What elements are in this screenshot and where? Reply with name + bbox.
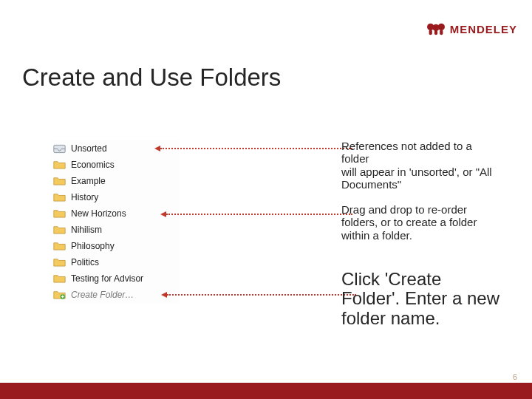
folder-label: Nihilism <box>71 225 102 235</box>
arrow-to-unsorted <box>160 148 352 149</box>
page-title: Create and Use Folders <box>22 64 281 92</box>
folder-label: History <box>71 192 98 202</box>
folder-icon <box>53 160 66 170</box>
folder-label: New Horizons <box>71 208 126 219</box>
folder-icon <box>53 257 66 267</box>
page-number: 6 <box>513 372 517 381</box>
svg-rect-3 <box>429 30 432 35</box>
svg-rect-4 <box>440 30 443 35</box>
folder-item[interactable]: Testing for Advisor <box>50 270 180 287</box>
inbox-icon <box>53 144 66 154</box>
folder-item[interactable]: History <box>50 189 180 205</box>
folder-list: Unsorted Economics Example History New H… <box>50 140 180 303</box>
footer-bar <box>0 383 532 399</box>
folder-icon <box>53 225 66 235</box>
svg-rect-5 <box>434 30 437 35</box>
folder-create-icon <box>53 290 66 300</box>
folder-icon <box>53 273 66 284</box>
folder-label: Testing for Advisor <box>71 273 143 284</box>
folder-item[interactable]: Nihilism <box>50 222 180 238</box>
mendeley-logo-icon <box>426 19 446 38</box>
folder-icon <box>53 208 66 219</box>
arrow-to-create <box>167 294 356 296</box>
create-folder-item[interactable]: Create Folder… <box>50 287 180 303</box>
folder-icon <box>53 192 66 202</box>
folder-label: Economics <box>71 160 115 170</box>
folder-label: Create Folder… <box>71 290 134 300</box>
folder-item[interactable]: Economics <box>50 157 180 173</box>
folder-label: Politics <box>71 257 99 267</box>
folder-label: Unsorted <box>71 143 107 154</box>
annotation-create: Click 'Create Folder'. Enter a new folde… <box>341 270 502 328</box>
folder-item[interactable]: Philosophy <box>50 238 180 254</box>
arrow-to-reorder <box>166 214 352 215</box>
header-brand: MENDELEY <box>426 19 517 38</box>
folder-icon <box>53 176 66 186</box>
folder-icon <box>53 241 66 251</box>
annotation-unsorted: References not added to a folderwill app… <box>341 140 502 191</box>
folder-item[interactable]: Politics <box>50 254 180 270</box>
folder-label: Example <box>71 176 106 186</box>
annotation-reorder: Drag and drop to re-order folders, or to… <box>341 203 502 242</box>
brand-name: MENDELEY <box>450 23 517 35</box>
folder-label: Philosophy <box>71 241 115 251</box>
folder-item[interactable]: Example <box>50 173 180 189</box>
